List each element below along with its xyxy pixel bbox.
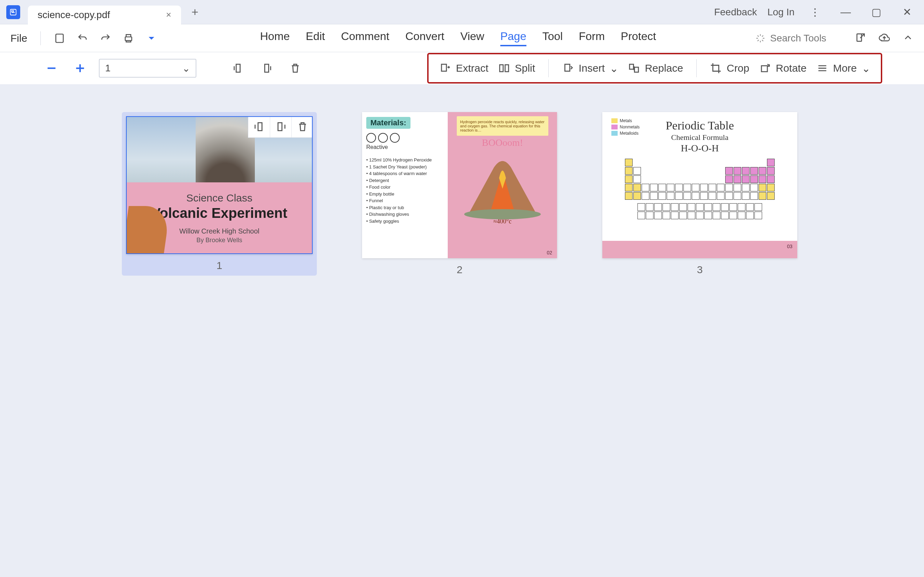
delete-page-icon[interactable] bbox=[292, 116, 313, 137]
slide1-author: By Brooke Wells bbox=[196, 237, 242, 244]
slide1-subtitle: Science Class bbox=[186, 192, 252, 204]
delete-page-icon[interactable] bbox=[285, 58, 305, 78]
main-menu: Home Edit Comment Convert View Page Tool… bbox=[260, 30, 656, 46]
slide3-body: Metals Nonmetals Metalloids Periodic Tab… bbox=[602, 112, 797, 241]
svg-rect-6 bbox=[505, 65, 509, 72]
tab-close-icon[interactable]: × bbox=[166, 10, 171, 20]
collapse-ribbon-icon[interactable] bbox=[902, 32, 914, 45]
quick-dropdown-icon[interactable] bbox=[142, 29, 161, 47]
minimize-icon[interactable]: — bbox=[835, 6, 856, 18]
more-label: More bbox=[833, 62, 857, 74]
separator bbox=[40, 31, 41, 45]
slide1-school: Willow Creek High School bbox=[179, 227, 260, 235]
app-logo bbox=[6, 5, 20, 19]
menu-view[interactable]: View bbox=[460, 30, 484, 46]
replace-button[interactable]: Replace bbox=[628, 62, 683, 74]
undo-icon[interactable] bbox=[73, 29, 92, 47]
login-link[interactable]: Log In bbox=[768, 6, 795, 18]
legend-item: Metalloids bbox=[620, 131, 639, 136]
separator bbox=[548, 59, 549, 77]
page-thumb-2[interactable]: Materials: Reactive • 125ml 10% Hydrogen… bbox=[362, 112, 557, 276]
page-number: 3 bbox=[697, 264, 703, 276]
insert-label: Insert bbox=[579, 62, 605, 74]
search-input[interactable] bbox=[770, 33, 840, 44]
slide3-pagenum: 03 bbox=[787, 243, 792, 249]
svg-rect-1 bbox=[56, 34, 63, 42]
page-tools-group: Extract Split Insert ⌄ Replace Crop Rota… bbox=[427, 53, 882, 84]
svg-rect-2 bbox=[125, 37, 132, 41]
legend-item: Nonmetals bbox=[620, 124, 640, 129]
slide2-left: Materials: Reactive • 125ml 10% Hydrogen… bbox=[362, 112, 448, 258]
insert-before-icon[interactable] bbox=[228, 58, 248, 78]
slide2-right: Hydrogen peroxide reacts quickly, releas… bbox=[448, 112, 557, 258]
replace-label: Replace bbox=[645, 62, 683, 74]
chevron-down-icon: ⌄ bbox=[182, 63, 190, 74]
legend: Metals Nonmetals Metalloids bbox=[611, 118, 640, 136]
slide3-footer-band: 03 bbox=[602, 241, 797, 258]
rotate-label: Rotate bbox=[776, 62, 806, 74]
insert-after-icon[interactable] bbox=[270, 116, 292, 137]
chevron-down-icon: ⌄ bbox=[862, 62, 871, 74]
menu-page[interactable]: Page bbox=[500, 30, 526, 46]
crop-label: Crop bbox=[727, 62, 749, 74]
menu-protect[interactable]: Protect bbox=[621, 30, 656, 46]
split-button[interactable]: Split bbox=[498, 62, 535, 74]
extract-label: Extract bbox=[456, 62, 488, 74]
periodic-table-lanth bbox=[611, 203, 788, 219]
svg-rect-7 bbox=[565, 64, 570, 71]
menu-form[interactable]: Form bbox=[579, 30, 605, 46]
extract-button[interactable]: Extract bbox=[439, 62, 488, 74]
volcano-illustration bbox=[460, 150, 545, 223]
close-window-icon[interactable]: ✕ bbox=[897, 6, 917, 18]
svg-rect-9 bbox=[635, 67, 639, 72]
materials-badge: Materials: bbox=[366, 117, 410, 129]
new-blank-icon[interactable] bbox=[50, 29, 69, 47]
titlebar: science-copy.pdf × + Feedback Log In ⋮ —… bbox=[0, 0, 924, 24]
feedback-link[interactable]: Feedback bbox=[714, 6, 757, 18]
rotate-button[interactable]: Rotate bbox=[759, 62, 806, 74]
zoom-out-button[interactable] bbox=[42, 58, 61, 78]
chevron-down-icon: ⌄ bbox=[610, 62, 618, 74]
kebab-menu-icon[interactable]: ⋮ bbox=[805, 6, 825, 18]
slide1-title-band: Science Class Volcanic Experiment Willow… bbox=[127, 182, 312, 253]
svg-rect-8 bbox=[629, 64, 633, 69]
cloud-upload-icon[interactable] bbox=[879, 32, 890, 45]
insert-before-icon[interactable] bbox=[248, 116, 270, 137]
open-external-icon[interactable] bbox=[855, 32, 866, 45]
page-number: 1 bbox=[216, 259, 223, 271]
page-number: 2 bbox=[457, 264, 463, 276]
menu-comment[interactable]: Comment bbox=[341, 30, 389, 46]
page-thumb-1[interactable]: Science Class Volcanic Experiment Willow… bbox=[122, 112, 317, 276]
tab-title: science-copy.pdf bbox=[38, 10, 110, 21]
search-tools[interactable] bbox=[755, 33, 840, 44]
legend-item: Metals bbox=[620, 118, 632, 123]
svg-rect-5 bbox=[500, 65, 503, 72]
menu-convert[interactable]: Convert bbox=[405, 30, 444, 46]
materials-list: • 125ml 10% Hydrogen Peroxide• 1 Sachet … bbox=[366, 156, 443, 224]
page-number-value: 1 bbox=[105, 63, 111, 74]
document-tab[interactable]: science-copy.pdf × bbox=[28, 6, 181, 24]
page-toolbar: 1 ⌄ Extract Split Insert ⌄ Replace Crop bbox=[0, 52, 924, 84]
print-icon[interactable] bbox=[119, 29, 137, 47]
insert-after-icon[interactable] bbox=[257, 58, 276, 78]
maximize-icon[interactable]: ▢ bbox=[866, 6, 886, 18]
page-thumbnails-area: Science Class Volcanic Experiment Willow… bbox=[0, 84, 924, 276]
zoom-in-button[interactable] bbox=[70, 58, 90, 78]
menubar: File Home Edit Comment Convert View Page… bbox=[0, 24, 924, 52]
slide3-formula: H-O-O-H bbox=[611, 143, 788, 154]
molecules-icon bbox=[366, 133, 443, 143]
insert-button[interactable]: Insert ⌄ bbox=[562, 62, 618, 74]
sticky-note: Hydrogen peroxide reacts quickly, releas… bbox=[457, 116, 548, 136]
page-thumb-3[interactable]: Metals Nonmetals Metalloids Periodic Tab… bbox=[602, 112, 797, 276]
file-menu[interactable]: File bbox=[10, 32, 27, 44]
page-number-select[interactable]: 1 ⌄ bbox=[99, 59, 196, 77]
slide1-title: Volcanic Experiment bbox=[152, 205, 287, 221]
menu-edit[interactable]: Edit bbox=[306, 30, 325, 46]
redo-icon[interactable] bbox=[97, 29, 114, 47]
menu-tool[interactable]: Tool bbox=[542, 30, 563, 46]
crop-button[interactable]: Crop bbox=[710, 62, 749, 74]
new-tab-button[interactable]: + bbox=[192, 5, 198, 19]
menu-home[interactable]: Home bbox=[260, 30, 290, 46]
more-button[interactable]: More ⌄ bbox=[816, 62, 871, 74]
molecule-label: Reactive bbox=[366, 144, 443, 150]
